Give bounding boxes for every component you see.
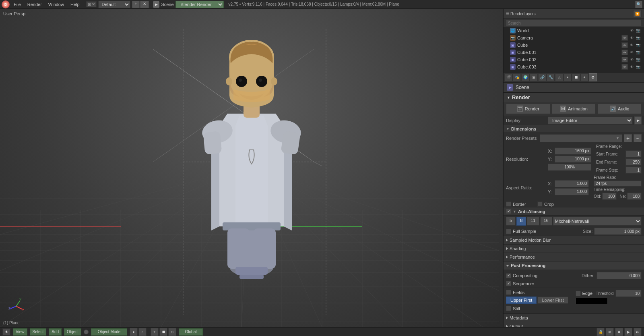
viewport-3d[interactable]: User Persp X Y Z (1) Plane: [0, 9, 503, 327]
start-frame-input[interactable]: 1: [625, 150, 642, 158]
bottom-view-icon[interactable]: 👁: [2, 328, 10, 336]
blender-logo[interactable]: B: [2, 0, 10, 8]
resolution-x-input[interactable]: 1600 px: [555, 147, 591, 155]
frame-rate-dropdown[interactable]: 24 fps: [594, 180, 642, 187]
cube003-edit-icon[interactable]: ✏: [621, 64, 628, 70]
cube002-restrict-view-icon[interactable]: 👁: [629, 57, 634, 62]
resolution-y-input[interactable]: 1000 px: [555, 156, 591, 163]
outliner-filter-btn[interactable]: 🔽: [633, 10, 642, 17]
aa-btn-8[interactable]: 8: [516, 217, 526, 226]
opengl-anim-icon[interactable]: ⏭: [634, 328, 642, 336]
outliner-item-camera[interactable]: 📷 Camera ✏ 👁 📷: [504, 34, 644, 41]
display-dropdown[interactable]: Image Editor: [548, 116, 633, 124]
menu-help[interactable]: Help: [67, 1, 83, 8]
aa-btn-11[interactable]: 11: [527, 217, 539, 226]
engine-selector[interactable]: Blender Render: [175, 1, 224, 8]
search-icon[interactable]: 🔍: [635, 1, 642, 8]
frame-step-input[interactable]: 1: [625, 166, 642, 174]
outliner-item-cube002[interactable]: ▣ Cube.002 ✏ 👁 📷: [504, 56, 644, 63]
cube002-restrict-render-icon[interactable]: 📷: [635, 57, 641, 62]
tab-world[interactable]: 🌍: [521, 73, 529, 81]
upper-first-btn[interactable]: Upper First: [506, 297, 537, 304]
aa-btn-16[interactable]: 16: [540, 217, 552, 226]
cube001-restrict-render-icon[interactable]: 📷: [635, 50, 641, 55]
still-checkbox[interactable]: [506, 306, 511, 311]
tab-particles[interactable]: ✦: [580, 73, 588, 81]
camera-edit-icon[interactable]: ✏: [621, 35, 628, 41]
tab-render[interactable]: 🎬: [504, 73, 512, 81]
camera-restrict-render-icon[interactable]: 📷: [635, 35, 641, 41]
mode-selector-btn[interactable]: Object Mode: [91, 328, 127, 336]
compositing-checkbox[interactable]: [506, 273, 511, 278]
animation-button[interactable]: 🎞 Animation: [552, 104, 596, 114]
time-new-input[interactable]: 100: [627, 193, 642, 200]
cursor-icon[interactable]: ⊕: [606, 328, 614, 336]
restrict-view-icon[interactable]: 👁: [629, 28, 634, 33]
output-header[interactable]: Output: [504, 322, 644, 327]
proportional-icon[interactable]: ⊙: [168, 328, 176, 336]
outliner-search-input[interactable]: [506, 20, 642, 26]
camera-restrict-view-icon[interactable]: 👁: [629, 35, 634, 41]
cube003-restrict-view-icon[interactable]: 👁: [629, 64, 634, 70]
tab-material[interactable]: ●: [564, 73, 572, 81]
border-checkbox[interactable]: [506, 201, 511, 207]
cube003-restrict-render-icon[interactable]: 📷: [635, 64, 641, 70]
add-workspace-btn[interactable]: +: [132, 1, 140, 8]
edge-color-picker[interactable]: [576, 298, 608, 304]
crop-checkbox[interactable]: [537, 201, 543, 207]
cube-restrict-render-icon[interactable]: 📷: [635, 42, 641, 48]
sampled-motion-blur-header[interactable]: Sampled Motion Blur: [504, 236, 644, 244]
presets-add-btn[interactable]: +: [624, 134, 632, 142]
tab-physics[interactable]: ⚙: [589, 73, 597, 81]
tab-object[interactable]: ▣: [530, 73, 538, 81]
dither-input[interactable]: 0.000: [597, 272, 642, 279]
tab-constraint[interactable]: 🔗: [538, 73, 546, 81]
menu-render[interactable]: Render: [24, 1, 45, 8]
global-local-btn[interactable]: Global: [179, 328, 203, 336]
full-sample-checkbox[interactable]: [506, 229, 511, 234]
aa-size-input[interactable]: 1.000 px: [594, 228, 642, 235]
threshold-input[interactable]: 10: [615, 290, 642, 297]
workspace-selector[interactable]: Default: [98, 1, 130, 8]
restrict-render-icon[interactable]: 📷: [635, 28, 641, 33]
end-frame-input[interactable]: 250: [625, 158, 642, 166]
dimensions-header[interactable]: ▼ Dimensions: [504, 125, 644, 133]
aa-enabled-checkbox[interactable]: [506, 209, 511, 214]
aspect-y-input[interactable]: 1.000: [555, 188, 589, 195]
resolution-percent[interactable]: 100%: [548, 164, 591, 171]
menu-file[interactable]: File: [10, 1, 24, 8]
outliner-item-cube003[interactable]: ▣ Cube.003 ✏ 👁 📷: [504, 63, 644, 71]
cube001-restrict-view-icon[interactable]: 👁: [629, 50, 634, 55]
outliner-item-cube001[interactable]: ▣ Cube.001 ✏ 👁 📷: [504, 49, 644, 56]
display-expand-btn[interactable]: ▶: [634, 116, 642, 124]
snap-icon[interactable]: 🔲: [159, 328, 167, 336]
face-icon[interactable]: ☻: [615, 328, 623, 336]
view-menu-btn[interactable]: View: [13, 328, 27, 336]
fields-checkbox[interactable]: [506, 290, 511, 295]
cube-restrict-view-icon[interactable]: 👁: [629, 42, 634, 48]
render-button[interactable]: 🎬 Render: [506, 104, 550, 114]
add-menu-btn[interactable]: Add: [49, 328, 62, 336]
outliner-item-cube[interactable]: ▣ Cube ✏ 👁 📷: [504, 41, 644, 49]
shading-header[interactable]: Shading: [504, 244, 644, 253]
outliner-item-world[interactable]: 🌐 World 👁 📷: [504, 27, 644, 34]
draw-mode-solid-icon[interactable]: ●: [130, 328, 138, 336]
presets-remove-btn[interactable]: −: [634, 134, 642, 142]
remove-workspace-btn[interactable]: ✕: [140, 1, 149, 8]
aa-header[interactable]: ▼ Anti-Aliasing: [504, 207, 644, 216]
select-menu-btn[interactable]: Select: [30, 328, 47, 336]
aa-filter-select[interactable]: Mitchell-Netravali: [553, 217, 642, 226]
presets-dropdown[interactable]: ▼: [540, 134, 622, 142]
post-processing-header[interactable]: Post Processing: [504, 261, 644, 270]
aspect-x-input[interactable]: 1.000: [555, 180, 589, 187]
lock-icon[interactable]: 🔒: [597, 328, 605, 336]
lower-first-btn[interactable]: Lower First: [537, 297, 568, 304]
menu-window[interactable]: Window: [45, 1, 67, 8]
time-old-input[interactable]: 100: [602, 193, 617, 200]
aa-btn-5[interactable]: 5: [506, 217, 516, 226]
tab-texture[interactable]: 🔲: [572, 73, 580, 81]
opengl-render-icon[interactable]: ▶: [624, 328, 632, 336]
cube-edit-icon[interactable]: ✏: [621, 42, 628, 48]
cube001-edit-icon[interactable]: ✏: [621, 50, 628, 55]
audio-button[interactable]: 🔊 Audio: [597, 104, 642, 114]
